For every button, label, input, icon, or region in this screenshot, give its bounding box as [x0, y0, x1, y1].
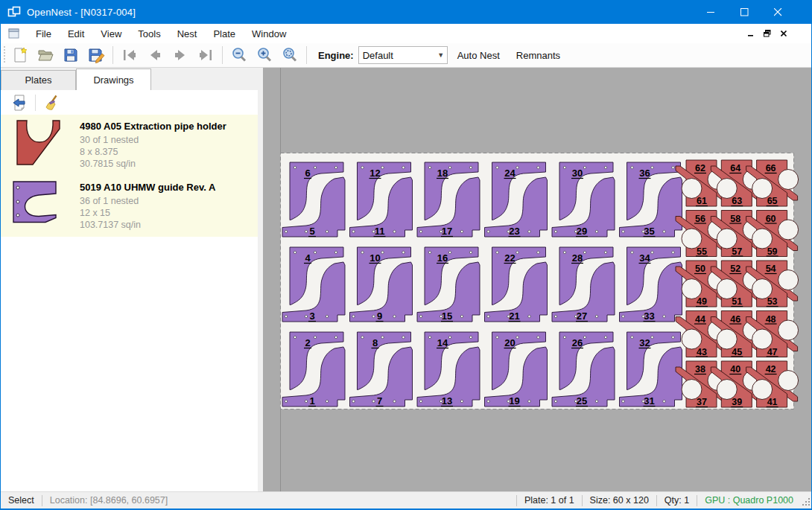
save-as-button[interactable]	[83, 45, 109, 66]
menu-window[interactable]: Window	[244, 25, 294, 42]
new-file-button[interactable]	[7, 45, 33, 66]
status-size: Size: 60 x 120	[583, 495, 656, 506]
next-plate-button[interactable]	[168, 45, 193, 66]
auto-nest-button[interactable]: Auto Nest	[451, 46, 507, 65]
svg-text:48: 48	[766, 314, 776, 325]
tab-drawings[interactable]: Drawings	[76, 68, 151, 90]
window-title: OpenNest - [N0317-004]	[27, 7, 136, 18]
open-folder-icon	[37, 46, 54, 64]
remnants-button[interactable]: Remnants	[510, 46, 567, 65]
main-toolbar: Engine: Default ▼ Auto Nest Remnants	[1, 43, 811, 68]
drawing-list-item[interactable]: 5019 A10 UHMW guide Rev. A36 of 1 nested…	[1, 176, 258, 237]
svg-text:12: 12	[369, 168, 380, 179]
svg-text:44: 44	[695, 314, 705, 325]
svg-text:16: 16	[437, 252, 448, 264]
import-drawing-button[interactable]	[8, 92, 31, 113]
mdi-restore-button[interactable]	[759, 26, 775, 41]
tab-plates[interactable]: Plates	[1, 70, 76, 90]
open-file-button[interactable]	[33, 45, 58, 66]
mdi-system-icon[interactable]	[8, 28, 20, 39]
menu-tools[interactable]: Tools	[130, 25, 168, 42]
last-plate-button[interactable]	[193, 45, 218, 66]
svg-text:5: 5	[309, 226, 314, 237]
svg-text:54: 54	[766, 264, 776, 274]
menu-plate[interactable]: Plate	[205, 25, 244, 42]
svg-text:28: 28	[572, 252, 583, 264]
mdi-close-button[interactable]	[775, 26, 792, 41]
resize-grip[interactable]	[801, 492, 811, 509]
first-plate-icon	[121, 46, 139, 64]
svg-text:65: 65	[767, 196, 778, 206]
save-button[interactable]	[58, 45, 83, 66]
drawing-nested-count: 36 of 1 nested	[80, 195, 252, 207]
panel-tabstrip: Plates Drawings	[1, 68, 258, 90]
svg-text:13: 13	[442, 395, 452, 407]
svg-text:14: 14	[437, 337, 448, 348]
minimize-button[interactable]	[694, 0, 728, 24]
opennest-window: OpenNest - [N0317-004] File Edit View To…	[0, 0, 812, 510]
svg-text:40: 40	[730, 364, 740, 374]
drawing-thumbnail	[10, 119, 69, 170]
svg-text:52: 52	[730, 264, 740, 274]
drawing-thumb-shape	[10, 180, 62, 225]
drawing-area: 103.7137 sq/in	[80, 219, 252, 231]
mdi-minimize-button[interactable]	[743, 26, 759, 41]
engine-select[interactable]: Default ▼	[358, 46, 448, 64]
svg-text:19: 19	[509, 395, 519, 407]
main-area: Plates Drawings	[1, 68, 811, 491]
next-plate-icon	[171, 46, 189, 64]
chevron-down-icon: ▼	[435, 51, 447, 59]
svg-text:2: 2	[305, 337, 310, 348]
svg-text:46: 46	[730, 314, 740, 325]
last-plate-icon	[197, 46, 215, 64]
zoom-in-icon	[256, 46, 273, 64]
drawing-size: 8 x 8.375	[80, 146, 252, 158]
svg-text:24: 24	[504, 168, 516, 179]
svg-text:30: 30	[572, 168, 583, 179]
plate-view[interactable]: 6512111817242330293635431091615222128273…	[263, 68, 812, 491]
svg-text:31: 31	[644, 395, 654, 407]
svg-text:55: 55	[697, 246, 707, 257]
menu-file[interactable]: File	[28, 25, 60, 42]
maximize-button[interactable]	[728, 0, 761, 24]
svg-text:58: 58	[730, 214, 740, 224]
menu-view[interactable]: View	[92, 25, 130, 42]
first-plate-button[interactable]	[117, 45, 142, 66]
svg-text:42: 42	[766, 364, 776, 374]
side-panel: Plates Drawings	[1, 68, 263, 491]
status-bar: Select Location: [84.8696, 60.6957] Plat…	[1, 491, 811, 509]
zoom-out-icon	[230, 46, 248, 64]
svg-text:45: 45	[732, 347, 742, 357]
svg-text:60: 60	[766, 214, 776, 224]
svg-text:51: 51	[732, 296, 742, 307]
toolbar-grip[interactable]	[2, 46, 7, 64]
previous-plate-icon	[146, 46, 164, 64]
nest-canvas[interactable]: 6512111817242330293635431091615222128273…	[263, 68, 811, 491]
drawing-thumb-shape	[10, 119, 68, 168]
menu-nest[interactable]: Nest	[169, 25, 206, 42]
new-file-icon	[11, 46, 29, 64]
close-button[interactable]	[761, 0, 795, 24]
menu-edit[interactable]: Edit	[60, 25, 92, 42]
drawing-size: 12 x 15	[80, 207, 252, 219]
svg-text:61: 61	[697, 196, 707, 206]
status-gpu: GPU : Quadro P1000	[697, 495, 801, 506]
zoom-fit-button[interactable]	[277, 45, 302, 66]
zoom-out-button[interactable]	[226, 45, 252, 66]
svg-text:20: 20	[504, 337, 515, 348]
svg-text:59: 59	[767, 246, 778, 257]
previous-plate-button[interactable]	[142, 45, 168, 66]
save-as-icon	[87, 46, 105, 64]
title-bar: OpenNest - [N0317-004]	[1, 0, 811, 24]
svg-text:3: 3	[309, 310, 314, 322]
svg-text:25: 25	[577, 395, 587, 407]
svg-text:66: 66	[766, 163, 776, 173]
svg-text:53: 53	[767, 296, 778, 307]
drawing-list-item[interactable]: 4980 A05 Extraction pipe holder30 of 1 n…	[1, 115, 258, 176]
svg-text:35: 35	[644, 226, 654, 237]
clear-drawings-button[interactable]	[40, 92, 63, 113]
drawing-thumbnail	[10, 180, 69, 231]
svg-text:4: 4	[305, 252, 311, 264]
zoom-in-button[interactable]	[252, 45, 277, 66]
menu-bar: File Edit View Tools Nest Plate Window	[1, 24, 811, 43]
